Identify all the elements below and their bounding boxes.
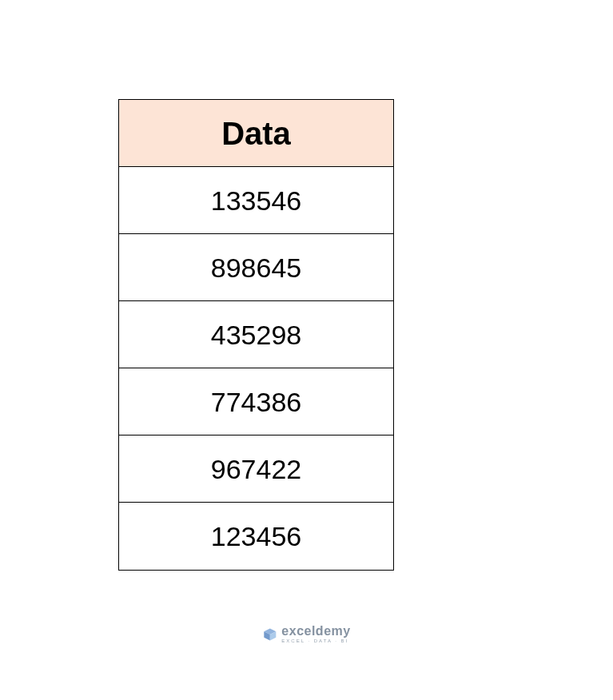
table-header-cell[interactable]: Data — [119, 100, 393, 167]
table-row[interactable]: 967422 — [119, 436, 393, 503]
table-row[interactable]: 123456 — [119, 503, 393, 570]
page-canvas: Data 133546 898645 435298 774386 967422 … — [0, 0, 613, 700]
watermark: exceldemy EXCEL · DATA · BI — [262, 625, 350, 643]
table-row[interactable]: 774386 — [119, 368, 393, 436]
table-row[interactable]: 435298 — [119, 301, 393, 368]
watermark-text: exceldemy EXCEL · DATA · BI — [281, 625, 350, 643]
table-row[interactable]: 133546 — [119, 167, 393, 234]
watermark-name: exceldemy — [281, 625, 350, 638]
cube-icon — [262, 627, 277, 642]
table-row[interactable]: 898645 — [119, 234, 393, 301]
data-table: Data 133546 898645 435298 774386 967422 … — [118, 99, 394, 571]
watermark-tagline: EXCEL · DATA · BI — [281, 638, 350, 643]
